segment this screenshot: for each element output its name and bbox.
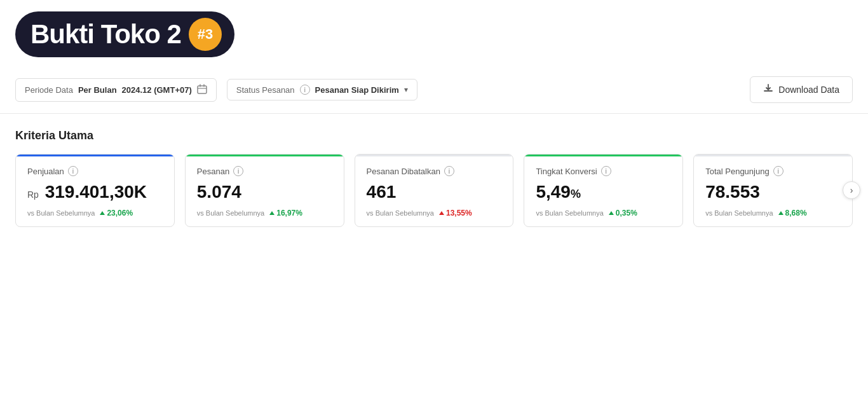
pesanan-vs-label: vs Bulan Sebelumnya: [197, 209, 264, 217]
card-dibatalkan-header: Pesanan Dibatalkan i: [367, 166, 502, 176]
chevron-down-icon: ▾: [404, 85, 408, 94]
status-label: Status Pesanan: [236, 85, 295, 95]
logo-container: Bukti Toko 2 #3: [15, 11, 234, 57]
cards-next-arrow[interactable]: ›: [843, 181, 860, 199]
penjualan-title: Penjualan: [27, 167, 64, 176]
penjualan-info-icon[interactable]: i: [68, 166, 78, 176]
card-pengunjung-header: Total Pengunjung i: [705, 166, 841, 176]
konversi-arrow-up: [609, 211, 614, 215]
download-button[interactable]: Download Data: [750, 76, 853, 103]
penjualan-change: 23,06%: [100, 209, 133, 217]
pesanan-arrow-up: [269, 211, 275, 215]
dibatalkan-title: Pesanan Dibatalkan: [367, 167, 440, 176]
dibatalkan-info-icon[interactable]: i: [444, 166, 454, 176]
konversi-footer: vs Bulan Sebelumnya 0,35%: [536, 209, 671, 217]
pengunjung-title: Total Pengunjung: [705, 167, 769, 176]
periode-filter[interactable]: Periode Data Per Bulan 2024.12 (GMT+07): [15, 78, 217, 102]
download-icon: [763, 83, 773, 96]
card-total-pengunjung: Total Pengunjung i 78.553 vs Bulan Sebel…: [693, 154, 853, 227]
logo-text: Bukti Toko 2: [31, 19, 181, 50]
card-pesanan: Pesanan i 5.074 vs Bulan Sebelumnya 16,9…: [185, 154, 344, 227]
download-label: Download Data: [778, 85, 839, 95]
konversi-vs-label: vs Bulan Sebelumnya: [536, 209, 603, 217]
pengunjung-arrow-up: [778, 211, 783, 215]
badge: #3: [189, 18, 222, 51]
main-content: Kriteria Utama Penjualan i Rp 319.401,30…: [0, 114, 868, 242]
header: Bukti Toko 2 #3: [0, 0, 868, 66]
status-filter[interactable]: Status Pesanan i Pesanan Siap Dikirim ▾: [227, 79, 417, 100]
filter-bar: Periode Data Per Bulan 2024.12 (GMT+07) …: [0, 66, 868, 114]
calendar-icon[interactable]: [197, 84, 207, 96]
pesanan-info-icon[interactable]: i: [233, 166, 243, 176]
card-konversi-header: Tingkat Konversi i: [536, 166, 671, 176]
penjualan-footer: vs Bulan Sebelumnya 23,06%: [27, 209, 163, 217]
pengunjung-value: 78.553: [705, 183, 841, 202]
section-title: Kriteria Utama: [15, 129, 853, 142]
card-pesanan-dibatalkan: Pesanan Dibatalkan i 461 vs Bulan Sebelu…: [355, 154, 514, 227]
penjualan-vs-label: vs Bulan Sebelumnya: [27, 209, 95, 217]
dibatalkan-change: 13,55%: [439, 209, 472, 217]
penjualan-value: Rp 319.401,30K: [27, 183, 163, 202]
dibatalkan-arrow-down: [439, 211, 444, 215]
penjualan-arrow-up: [100, 211, 105, 215]
dibatalkan-footer: vs Bulan Sebelumnya 13,55%: [367, 209, 502, 217]
pengunjung-vs-label: vs Bulan Sebelumnya: [705, 209, 773, 217]
card-penjualan: Penjualan i Rp 319.401,30K vs Bulan Sebe…: [15, 154, 175, 227]
svg-rect-0: [198, 86, 207, 93]
konversi-info-icon[interactable]: i: [601, 166, 611, 176]
pengunjung-change: 8,68%: [778, 209, 807, 217]
periode-label: Periode Data: [25, 85, 73, 95]
pengunjung-footer: vs Bulan Sebelumnya 8,68%: [705, 209, 841, 217]
periode-value: Per Bulan: [78, 85, 117, 95]
dibatalkan-value: 461: [367, 183, 502, 202]
periode-date: 2024.12 (GMT+07): [122, 85, 192, 95]
konversi-title: Tingkat Konversi: [536, 167, 597, 176]
pesanan-title: Pesanan: [197, 167, 229, 176]
status-info-icon[interactable]: i: [300, 85, 310, 95]
cards-container: Penjualan i Rp 319.401,30K vs Bulan Sebe…: [15, 154, 853, 227]
pesanan-change: 16,97%: [269, 209, 302, 217]
card-pesanan-header: Pesanan i: [197, 166, 332, 176]
card-penjualan-header: Penjualan i: [27, 166, 163, 176]
status-value: Pesanan Siap Dikirim: [315, 85, 399, 95]
card-tingkat-konversi: Tingkat Konversi i 5,49% vs Bulan Sebelu…: [524, 154, 683, 227]
pengunjung-info-icon[interactable]: i: [773, 166, 783, 176]
pesanan-footer: vs Bulan Sebelumnya 16,97%: [197, 209, 332, 217]
dibatalkan-vs-label: vs Bulan Sebelumnya: [367, 209, 434, 217]
konversi-value: 5,49%: [536, 183, 671, 202]
pesanan-value: 5.074: [197, 183, 332, 202]
konversi-change: 0,35%: [609, 209, 637, 217]
